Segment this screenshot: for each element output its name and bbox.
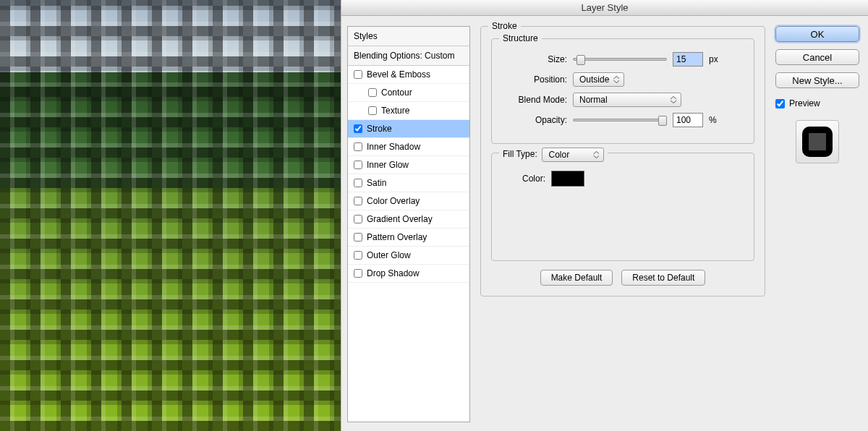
style-label: Inner Shadow <box>367 142 420 152</box>
styles-header[interactable]: Styles <box>348 27 469 46</box>
style-item-pattern-overlay[interactable]: Pattern Overlay <box>348 229 469 247</box>
style-item-color-overlay[interactable]: Color Overlay <box>348 192 469 210</box>
position-row: Position: Outside <box>502 72 744 87</box>
style-checkbox[interactable] <box>368 106 377 115</box>
style-checkbox[interactable] <box>354 70 362 79</box>
cancel-button[interactable]: Cancel <box>775 49 859 65</box>
actions-column: OK Cancel New Style... Preview <box>775 26 859 422</box>
style-label: Pattern Overlay <box>367 232 427 242</box>
size-slider[interactable] <box>573 58 667 61</box>
dialog-title: Layer Style <box>341 0 868 16</box>
stroke-fieldset-label: Stroke <box>488 21 521 31</box>
style-checkbox[interactable] <box>354 179 362 187</box>
style-label: Stroke <box>367 124 392 134</box>
style-checkbox[interactable] <box>354 251 362 260</box>
style-item-outer-glow[interactable]: Outer Glow <box>348 247 469 265</box>
filltype-label: Fill Type: <box>503 149 537 159</box>
style-label: Satin <box>367 178 386 188</box>
style-item-texture[interactable]: Texture <box>348 102 469 120</box>
opacity-unit: % <box>709 115 723 125</box>
opacity-row: Opacity: % <box>502 113 744 127</box>
reset-default-button[interactable]: Reset to Default <box>621 270 705 286</box>
style-checkbox[interactable] <box>368 88 377 97</box>
weave-image <box>0 0 341 431</box>
position-label: Position: <box>502 74 567 85</box>
size-row: Size: px <box>502 52 744 67</box>
color-row: Color: <box>502 171 744 187</box>
new-style-button[interactable]: New Style... <box>775 72 859 88</box>
style-item-stroke[interactable]: Stroke <box>348 120 469 138</box>
style-checkbox[interactable] <box>354 161 362 169</box>
color-label: Color: <box>502 174 545 184</box>
size-unit: px <box>709 54 723 64</box>
defaults-row: Make Default Reset to Default <box>491 270 754 286</box>
preview-thumbnail <box>802 127 833 157</box>
blendmode-row: Blend Mode: Normal <box>502 93 744 107</box>
color-swatch[interactable] <box>551 171 584 187</box>
layer-style-dialog: Layer Style Styles Blending Options: Cus… <box>341 0 868 431</box>
blendmode-value: Normal <box>579 95 608 105</box>
make-default-button[interactable]: Make Default <box>540 270 613 286</box>
style-item-inner-shadow[interactable]: Inner Shadow <box>348 138 469 156</box>
opacity-label: Opacity: <box>502 115 567 125</box>
stroke-fieldset: Stroke Structure Size: px Position: Outs… <box>480 26 765 296</box>
size-input[interactable] <box>673 52 703 67</box>
style-item-drop-shadow[interactable]: Drop Shadow <box>348 265 469 283</box>
style-item-satin[interactable]: Satin <box>348 174 469 192</box>
style-item-contour[interactable]: Contour <box>348 84 469 102</box>
blendmode-select[interactable]: Normal <box>573 93 681 107</box>
preview-swatch <box>796 120 839 163</box>
style-checkbox[interactable] <box>354 233 362 242</box>
style-item-bevel-emboss[interactable]: Bevel & Emboss <box>348 66 469 84</box>
document-preview <box>0 0 341 431</box>
opacity-input[interactable] <box>673 113 703 127</box>
preview-row: Preview <box>775 98 859 108</box>
style-label: Color Overlay <box>367 196 420 206</box>
preview-checkbox[interactable] <box>775 99 785 108</box>
style-label: Contour <box>381 88 412 98</box>
style-label: Bevel & Emboss <box>367 69 430 80</box>
style-checkbox[interactable] <box>354 215 362 223</box>
preview-label: Preview <box>789 98 820 108</box>
filltype-select[interactable]: Color <box>542 148 604 162</box>
style-label: Texture <box>381 106 409 116</box>
style-label: Gradient Overlay <box>367 214 433 224</box>
style-label: Outer Glow <box>367 250 411 260</box>
structure-label: Structure <box>499 33 542 43</box>
style-checkbox[interactable] <box>354 197 362 205</box>
style-checkbox[interactable] <box>354 269 362 278</box>
style-item-gradient-overlay[interactable]: Gradient Overlay <box>348 210 469 229</box>
filltype-legend: Fill Type: Color <box>499 148 608 162</box>
size-label: Size: <box>502 54 567 64</box>
filltype-value: Color <box>548 150 569 160</box>
settings-panel: Stroke Structure Size: px Position: Outs… <box>476 26 770 422</box>
filltype-fieldset: Fill Type: Color Color: <box>491 153 754 261</box>
blending-options-header[interactable]: Blending Options: Custom <box>348 46 469 66</box>
structure-fieldset: Structure Size: px Position: Outside Ble… <box>491 38 754 144</box>
style-label: Inner Glow <box>367 160 409 170</box>
style-label: Drop Shadow <box>367 268 420 278</box>
style-checkbox[interactable] <box>354 124 362 133</box>
blendmode-label: Blend Mode: <box>502 95 567 105</box>
ok-button[interactable]: OK <box>775 26 859 42</box>
opacity-slider[interactable] <box>573 119 667 121</box>
styles-list: Styles Blending Options: Custom Bevel & … <box>347 26 470 422</box>
style-checkbox[interactable] <box>354 142 362 151</box>
style-item-inner-glow[interactable]: Inner Glow <box>348 156 469 174</box>
position-value: Outside <box>579 74 609 85</box>
position-select[interactable]: Outside <box>573 72 624 87</box>
